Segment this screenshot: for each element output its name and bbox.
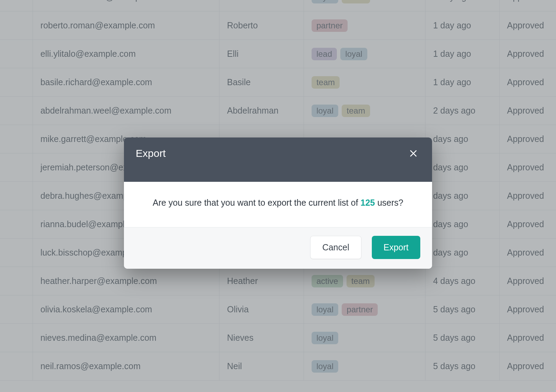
close-button[interactable] (406, 146, 420, 160)
modal-body: Are you sure that you want to export the… (124, 182, 432, 228)
close-icon (409, 149, 418, 158)
modal-overlay[interactable]: Export Are you sure that you want to exp… (0, 0, 556, 392)
modal-header: Export (124, 137, 432, 182)
export-button[interactable]: Export (372, 236, 420, 259)
export-modal: Export Are you sure that you want to exp… (124, 137, 432, 269)
modal-user-count: 125 (360, 198, 375, 207)
modal-body-prefix: Are you sure that you want to export the… (153, 198, 360, 207)
modal-body-suffix: users? (375, 198, 403, 207)
modal-title: Export (136, 148, 166, 159)
modal-footer: Cancel Export (124, 228, 432, 269)
cancel-button[interactable]: Cancel (310, 236, 361, 259)
